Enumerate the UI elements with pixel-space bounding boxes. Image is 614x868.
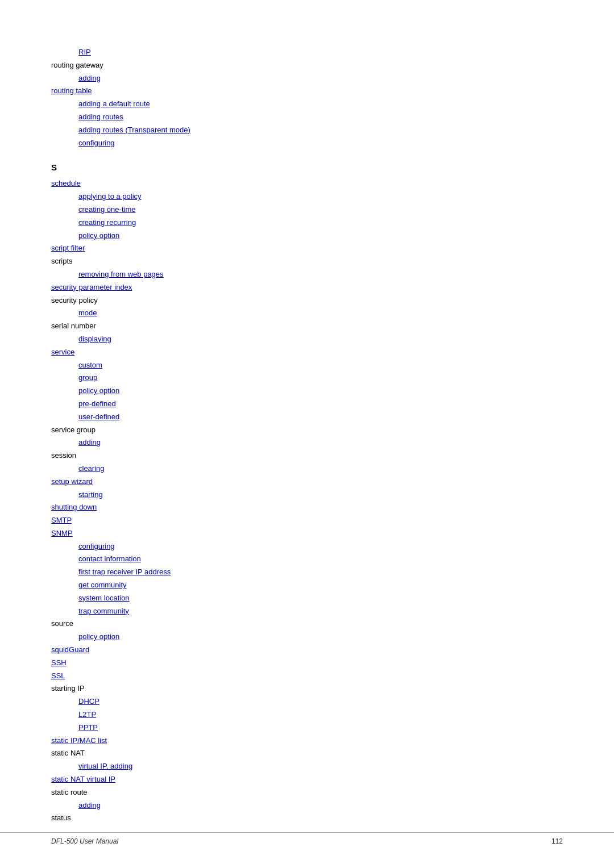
- snmp-get-community-link[interactable]: get community: [78, 581, 127, 589]
- snmp-contact-info-link[interactable]: contact information: [78, 554, 141, 563]
- routing-table-configuring-link[interactable]: configuring: [78, 139, 115, 147]
- snmp-configuring-link[interactable]: configuring: [78, 542, 115, 550]
- static-nat-virtual-ip-adding-link[interactable]: virtual IP, adding: [78, 762, 132, 770]
- service-group-adding-link[interactable]: adding: [78, 438, 101, 446]
- starting-ip-pptp-link[interactable]: PPTP: [78, 723, 98, 732]
- session-clearing-link[interactable]: clearing: [78, 464, 105, 473]
- shutting-down-link[interactable]: shutting down: [51, 503, 97, 511]
- starting-ip-l2tp-link[interactable]: L2TP: [78, 710, 96, 719]
- schedule-policy-option-link[interactable]: policy option: [78, 231, 119, 240]
- service-custom-link[interactable]: custom: [78, 361, 102, 369]
- schedule-recurring-link[interactable]: creating recurring: [78, 218, 136, 227]
- source-text: source: [51, 619, 73, 628]
- static-route-text: static route: [51, 788, 88, 796]
- status-text: status: [51, 813, 71, 822]
- routing-table-transparent-link[interactable]: adding routes (Transparent mode): [78, 126, 190, 134]
- routing-table-default-link[interactable]: adding a default route: [78, 99, 150, 108]
- security-parameter-index-link[interactable]: security parameter index: [51, 283, 132, 291]
- source-policy-option-link[interactable]: policy option: [78, 632, 119, 641]
- routing-table-routes-link[interactable]: adding routes: [78, 112, 123, 121]
- schedule-one-time-link[interactable]: creating one-time: [78, 205, 135, 214]
- snmp-system-location-link[interactable]: system location: [78, 594, 130, 602]
- ssl-link[interactable]: SSL: [51, 671, 65, 680]
- schedule-applying-link[interactable]: applying to a policy: [78, 192, 142, 201]
- service-user-defined-link[interactable]: user-defined: [78, 412, 119, 421]
- rip-link[interactable]: RIP: [78, 48, 91, 56]
- service-policy-option-link[interactable]: policy option: [78, 386, 119, 395]
- service-link[interactable]: service: [51, 348, 74, 356]
- routing-gateway-adding-link[interactable]: adding: [78, 74, 101, 82]
- footer-page-number: 112: [551, 837, 563, 845]
- security-policy-text: security policy: [51, 296, 98, 304]
- service-pre-defined-link[interactable]: pre-defined: [78, 399, 116, 408]
- snmp-link[interactable]: SNMP: [51, 529, 73, 537]
- squidguard-link[interactable]: squidGuard: [51, 645, 89, 654]
- static-route-adding-link[interactable]: adding: [78, 801, 101, 809]
- static-nat-virtual-ip-link[interactable]: static NAT virtual IP: [51, 775, 115, 783]
- session-text: session: [51, 451, 76, 460]
- static-ip-mac-link[interactable]: static IP/MAC list: [51, 736, 107, 745]
- service-group-link[interactable]: group: [78, 373, 97, 382]
- serial-number-text: serial number: [51, 322, 96, 330]
- routing-table-link[interactable]: routing table: [51, 86, 92, 95]
- security-policy-mode-link[interactable]: mode: [78, 308, 97, 317]
- page-footer: DFL-500 User Manual 112: [0, 832, 614, 845]
- serial-number-displaying-link[interactable]: displaying: [78, 335, 111, 343]
- routing-gateway-text: routing gateway: [51, 61, 103, 69]
- service-group-text: service group: [51, 425, 96, 434]
- footer-title: DFL-500 User Manual: [51, 837, 118, 845]
- starting-ip-text: starting IP: [51, 684, 85, 692]
- section-s-heading: S: [51, 162, 460, 172]
- snmp-first-trap-link[interactable]: first trap receiver IP address: [78, 567, 171, 576]
- schedule-link[interactable]: schedule: [51, 179, 81, 187]
- snmp-trap-community-link[interactable]: trap community: [78, 607, 129, 615]
- scripts-text: scripts: [51, 257, 73, 265]
- setup-wizard-link[interactable]: setup wizard: [51, 477, 93, 486]
- scripts-removing-link[interactable]: removing from web pages: [78, 270, 164, 278]
- smtp-link[interactable]: SMTP: [51, 516, 72, 524]
- script-filter-link[interactable]: script filter: [51, 244, 85, 252]
- starting-ip-dhcp-link[interactable]: DHCP: [78, 697, 99, 706]
- static-nat-text: static NAT: [51, 749, 85, 757]
- setup-wizard-starting-link[interactable]: starting: [78, 490, 103, 499]
- ssh-link[interactable]: SSH: [51, 658, 67, 667]
